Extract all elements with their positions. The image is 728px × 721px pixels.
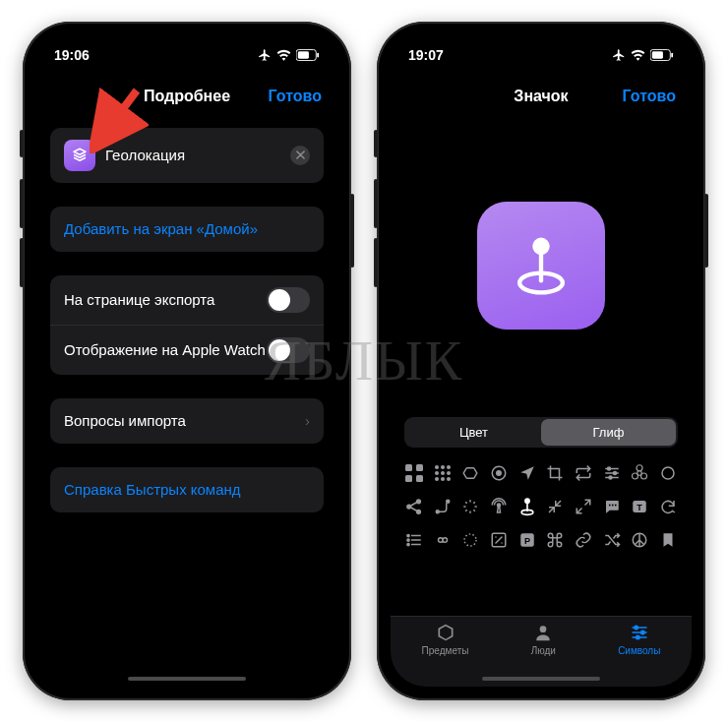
svg-point-23 [447, 477, 451, 481]
glyph-crop-icon[interactable] [543, 461, 567, 485]
glyph-repeat-icon[interactable] [572, 461, 595, 485]
navbar: Значок Готово [391, 75, 692, 118]
navbar: Подробнее Готово [36, 75, 337, 118]
svg-point-31 [633, 473, 638, 479]
svg-point-47 [407, 534, 409, 536]
svg-point-15 [435, 465, 439, 469]
home-indicator[interactable] [482, 677, 600, 681]
glyph-sliders-icon[interactable] [600, 461, 624, 485]
show-on-watch-toggle[interactable] [267, 337, 310, 363]
glyph-bookmark-icon[interactable] [656, 528, 680, 552]
shortcuts-help-label: Справка Быстрых команд [64, 481, 241, 498]
done-button[interactable]: Готово [623, 88, 676, 105]
glyph-message-icon[interactable] [600, 495, 624, 518]
segment-glyph[interactable]: Глиф [541, 419, 676, 446]
svg-point-21 [435, 477, 439, 481]
wifi-icon [631, 49, 645, 61]
glyph-command-icon[interactable] [543, 528, 567, 552]
svg-point-20 [447, 471, 451, 475]
shortcuts-help-button[interactable]: Справка Быстрых команд [50, 467, 324, 512]
svg-rect-13 [405, 475, 412, 482]
glyph-pin-selected-icon[interactable] [516, 495, 539, 518]
svg-point-38 [497, 504, 500, 507]
show-on-watch-row[interactable]: Отображение на Apple Watch [50, 326, 324, 375]
glyph-infinity-icon[interactable] [431, 528, 455, 552]
person-icon [532, 623, 554, 642]
battery-icon [296, 49, 320, 61]
glyph-recycle-icon[interactable] [458, 461, 482, 485]
sliders-icon [629, 623, 650, 642]
status-time: 19:06 [54, 47, 90, 63]
show-on-export-row[interactable]: На странице экспорта [50, 275, 324, 326]
glyph-podcast-icon[interactable] [487, 495, 511, 518]
glyph-shuffle-icon[interactable] [600, 528, 624, 552]
segmented-control[interactable]: Цвет Глиф [404, 417, 678, 448]
show-on-export-toggle[interactable] [267, 287, 310, 313]
glyph-refresh-icon[interactable] [656, 495, 680, 518]
glyph-target-icon[interactable] [487, 461, 511, 485]
tab-objects[interactable]: Предметы [422, 623, 469, 687]
segment-color[interactable]: Цвет [406, 419, 541, 446]
svg-point-26 [607, 467, 610, 470]
svg-point-49 [407, 543, 409, 545]
svg-rect-11 [405, 464, 412, 471]
svg-point-28 [609, 476, 612, 479]
chevron-right-icon: › [305, 412, 310, 429]
glyph-arrow-out-icon[interactable] [572, 495, 595, 518]
glyph-dots-icon[interactable] [431, 461, 455, 485]
done-button[interactable]: Готово [269, 88, 322, 105]
callout-arrow [90, 85, 149, 153]
tab-bar: Предметы Люди Символы [391, 616, 692, 687]
glyph-list-icon[interactable] [402, 528, 426, 552]
svg-rect-7 [652, 51, 663, 58]
svg-point-48 [407, 538, 409, 540]
glyph-arrow-in-icon[interactable] [543, 495, 567, 518]
show-on-watch-label: Отображение на Apple Watch [64, 341, 266, 358]
svg-point-16 [441, 465, 445, 469]
add-to-home-label: Добавить на экран «Домой» [64, 220, 258, 237]
glyph-spinner-icon[interactable] [458, 528, 482, 552]
svg-rect-4 [298, 51, 309, 58]
glyph-parking-icon[interactable]: P [516, 528, 539, 552]
glyph-biohazard-icon[interactable] [628, 461, 651, 485]
svg-point-58 [636, 635, 638, 638]
glyph-link-icon[interactable] [572, 528, 595, 552]
import-questions-row[interactable]: Вопросы импорта › [50, 398, 324, 444]
svg-point-25 [497, 470, 502, 475]
clear-name-button[interactable] [290, 146, 310, 165]
glyph-resize-icon[interactable] [487, 528, 511, 552]
glyph-peace-icon[interactable] [628, 528, 651, 552]
svg-point-41 [525, 499, 529, 503]
page-title: Значок [514, 88, 568, 105]
svg-point-43 [611, 504, 613, 506]
phone-left: 19:06 Подробнее Готово [23, 22, 351, 700]
home-indicator[interactable] [128, 677, 246, 681]
wifi-icon [276, 49, 291, 61]
svg-rect-14 [416, 475, 423, 482]
glyph-text-icon[interactable]: T [628, 495, 651, 518]
glyph-location-arrow-icon[interactable] [516, 461, 539, 485]
svg-point-30 [637, 464, 642, 470]
svg-point-50 [464, 534, 476, 546]
cube-icon [435, 623, 456, 642]
battery-icon [650, 49, 674, 61]
tab-objects-label: Предметы [422, 645, 469, 656]
tab-symbols[interactable]: Символы [618, 623, 660, 687]
icon-preview [477, 202, 605, 330]
tab-symbols-label: Символы [618, 645, 660, 656]
glyph-route-icon[interactable] [431, 495, 455, 518]
glyph-share-icon[interactable] [402, 495, 426, 518]
glyph-signal-icon[interactable] [656, 461, 680, 485]
glyph-loading-icon[interactable] [458, 495, 482, 518]
svg-rect-12 [416, 464, 423, 471]
svg-line-1 [101, 90, 137, 138]
import-questions-label: Вопросы импорта [64, 412, 186, 429]
svg-point-42 [608, 504, 610, 506]
svg-point-27 [613, 471, 616, 474]
add-to-home-button[interactable]: Добавить на экран «Домой» [50, 207, 324, 252]
svg-point-19 [441, 471, 445, 475]
svg-point-37 [446, 500, 449, 503]
glyph-grid-icon[interactable] [402, 461, 426, 485]
glyph-grid: T P [391, 457, 692, 566]
svg-point-17 [447, 465, 451, 469]
